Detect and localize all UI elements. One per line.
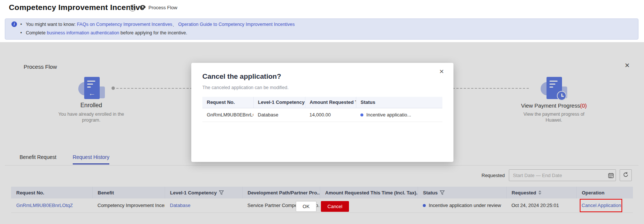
dialog-table: Request No. Level-1 Competency Amount Re… — [202, 97, 442, 122]
requested-cell: Oct 24, 2024 20:25:01 — [506, 198, 576, 213]
col-level1-competency: Level-1 Competency — [165, 187, 242, 198]
bullet-icon: • — [20, 30, 22, 35]
tab-request-history[interactable]: Request History — [73, 154, 110, 164]
dialog-amount-cell: 14,000.00 — [305, 108, 356, 122]
operation-guide-link[interactable]: Operation Guide to Competency Improvemen… — [178, 22, 295, 27]
banner-line2-suffix: before applying for the incentive. — [119, 30, 187, 35]
step-payment-description: View the payment progress ofHuawei. — [513, 111, 595, 123]
process-flow-close-icon[interactable]: × — [625, 61, 630, 69]
dialog-title: Cancel the application? — [202, 72, 281, 81]
ok-button[interactable]: OK — [296, 201, 316, 212]
process-flow-toggle-label: Process Flow — [148, 5, 177, 10]
tabs-divider — [5, 165, 638, 166]
dialog-subtitle: The canceled application can be modified… — [202, 85, 288, 90]
benefit-cell: Competency Improvement Incent... — [92, 198, 165, 213]
col-status: Status — [418, 187, 506, 198]
col-request-no: Request No. — [11, 187, 92, 198]
dialog-col-amount: Amount Requested T... — [305, 97, 356, 108]
refresh-button[interactable] — [620, 169, 632, 181]
dialog-table-header-row: Request No. Level-1 Competency Amount Re… — [202, 97, 442, 108]
info-icon: i — [11, 21, 17, 27]
tab-benefit-request[interactable]: Benefit Request — [20, 154, 56, 164]
col-development-path: Development Path/Partner Pro... — [242, 187, 320, 198]
dialog-status-cell: Incentive applicatio... — [356, 108, 442, 122]
payment-count: (0) — [580, 102, 587, 109]
payment-progress-icon — [541, 77, 567, 101]
col-requested: Requested — [506, 187, 576, 198]
history-table-header-row: Request No. Benefit Level-1 Competency D… — [11, 187, 633, 198]
eye-icon — [140, 5, 146, 10]
tabs: Benefit Request Request History — [20, 154, 109, 164]
step-payment-label[interactable]: View Payment Progress(0) — [510, 102, 598, 109]
requested-sort-icon[interactable] — [538, 190, 541, 195]
cancel-application-link[interactable]: Cancel Application — [582, 203, 621, 208]
bullet-icon: • — [20, 22, 22, 27]
refresh-icon — [623, 172, 628, 179]
step-enrolled-label: Enrolled — [54, 102, 128, 109]
help-icon[interactable]: ? — [129, 5, 136, 11]
cancel-button[interactable]: Cancel — [321, 201, 349, 212]
banner-line1-text: You might want to know: — [26, 22, 77, 27]
faqs-link[interactable]: FAQs on Competency Improvement Incentive… — [77, 22, 172, 27]
step-enrolled-description: You have already enrolled in theprogram. — [51, 111, 132, 123]
process-flow-toggle[interactable]: Process Flow — [140, 5, 177, 10]
dialog-request-no-cell: GnRmLM9UB0EBnrLO... — [202, 108, 253, 122]
col-amount-requested: Amount Requested This Time (Incl. Tax)..… — [320, 187, 418, 198]
status-filter-icon[interactable] — [440, 190, 445, 195]
dialog-competency-cell: Database — [253, 108, 305, 122]
competency-link[interactable]: Database — [170, 203, 191, 208]
request-no-link[interactable]: GnRmLM9UB0EBnrLOtqZ — [16, 203, 73, 208]
date-range-field — [509, 169, 616, 181]
cancel-application-dialog: × Cancel the application? The canceled a… — [191, 63, 453, 162]
competency-filter-icon[interactable] — [219, 190, 224, 195]
process-flow-title: Process Flow — [24, 64, 57, 70]
page-title: Competency Improvement Incentive — [9, 3, 144, 12]
dialog-col-request-no: Request No. — [202, 97, 253, 108]
business-info-auth-link[interactable]: business information authentication — [47, 30, 119, 35]
requested-filter-label: Requested — [482, 173, 505, 178]
dialog-col-competency: Level-1 Competency — [253, 97, 305, 108]
banner-line-2: • Complete business information authenti… — [20, 30, 187, 35]
dialog-col-status: Status — [356, 97, 442, 108]
status-dot — [360, 113, 363, 116]
banner-separator: 、 — [172, 22, 178, 27]
calendar-icon[interactable] — [606, 173, 616, 178]
dialog-table-row: GnRmLM9UB0EBnrLO... Database 14,000.00 I… — [202, 108, 442, 122]
banner-line-1: • You might want to know: FAQs on Compet… — [20, 21, 295, 28]
banner-line2-prefix: Complete — [26, 30, 47, 35]
col-operation: Operation — [576, 187, 633, 198]
col-benefit: Benefit — [92, 187, 165, 198]
dialog-close-icon[interactable]: × — [439, 67, 444, 75]
date-range-input[interactable] — [509, 173, 606, 178]
enrolled-document-icon: ← — [78, 77, 105, 101]
clock-icon — [557, 91, 566, 101]
flow-connector-dot — [112, 86, 115, 90]
